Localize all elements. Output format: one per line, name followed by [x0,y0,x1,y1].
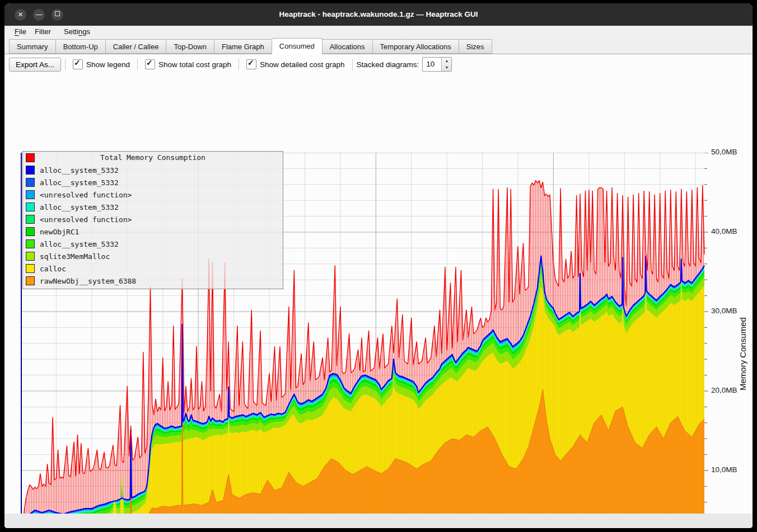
legend-item: calloc [23,262,283,275]
tab-top-down[interactable]: Top-Down [166,39,214,54]
checkbox-label: Show total cost graph [158,60,231,69]
stepper-arrows[interactable]: ▲ ▼ [441,58,451,71]
desktop-background: ✕ — Heaptrack - heaptrack.wakunode.1.gz … [0,0,757,532]
stepper-down-icon[interactable]: ▼ [442,64,451,71]
legend-item: <unresolved function> [23,213,283,225]
menu-file[interactable]: File [11,26,30,38]
legend-item: sqlite3MemMalloc [23,250,283,262]
title-bar[interactable]: ✕ — Heaptrack - heaptrack.wakunode.1.gz … [4,3,753,26]
legend-item: alloc__system_5332 [23,201,283,213]
checkbox-check-icon: ✓ [246,59,256,69]
tab-sizes[interactable]: Sizes [459,39,492,54]
menu-bar: File Filter Settings [4,26,753,38]
toolbar-separator [239,59,239,70]
legend-swatch [26,227,35,236]
toolbar-separator [352,59,353,70]
legend-swatch [26,264,35,273]
legend-swatch [26,252,35,261]
window-title: Heaptrack - heaptrack.wakunode.1.gz — He… [4,3,753,26]
legend-swatch [26,215,35,224]
heaptrack-window: ✕ — Heaptrack - heaptrack.wakunode.1.gz … [4,3,753,528]
stacked-diagrams-stepper[interactable]: 10 ▲ ▼ [422,57,452,72]
legend-label: alloc__system_5332 [40,178,119,187]
checkbox-check-icon: ✓ [73,59,83,69]
y-tick-label: 10,0MB [711,465,750,475]
toolbar: Export As... ✓ Show legend ✓ Show total … [4,54,753,74]
legend-label: sqlite3MemMalloc [40,252,110,261]
tab-bottom-up[interactable]: Bottom-Up [55,39,105,54]
show-legend-checkbox[interactable]: ✓ Show legend [73,59,130,69]
legend-title-row: Total Memory Consumption [23,152,283,164]
toolbar-separator [137,59,138,70]
status-bar [4,514,753,528]
legend-swatch [26,239,35,248]
export-as-button[interactable]: Export As... [9,58,61,72]
y-axis-title: Memory Consumed [738,259,747,449]
toolbar-separator [65,59,66,70]
legend-swatch [26,203,35,211]
consumed-chart-area: Total Memory Consumption alloc__system_5… [4,74,753,528]
legend-swatch [26,276,35,285]
checkbox-label: Show detailed cost graph [260,60,345,69]
y-tick-label: 40,0MB [711,227,750,237]
stepper-up-icon[interactable]: ▲ [442,58,451,64]
legend-label: calloc [40,265,66,273]
legend-label: <unresolved function> [40,215,132,224]
stacked-diagrams-label: Stacked diagrams: [357,60,419,69]
show-total-cost-checkbox[interactable]: ✓ Show total cost graph [145,59,231,69]
tab-flame-graph[interactable]: Flame Graph [214,39,272,54]
legend-item: alloc__system_5332 [23,176,283,189]
legend-swatch [26,190,35,199]
menu-filter[interactable]: Filter [31,26,54,38]
chart-legend: Total Memory Consumption alloc__system_5… [22,151,283,289]
legend-label: alloc__system_5332 [40,166,119,175]
checkbox-label: Show legend [86,60,130,69]
legend-swatch [26,166,35,175]
legend-label: alloc__system_5332 [40,203,119,211]
stepper-value[interactable]: 10 [423,58,441,71]
legend-swatch [26,178,35,187]
legend-item: <unresolved function> [23,189,283,201]
tab-caller-callee[interactable]: Caller / Callee [105,39,166,54]
tab-bar: Summary Bottom-Up Caller / Callee Top-Do… [4,38,753,54]
tab-allocations[interactable]: Allocations [323,39,372,54]
legend-item: alloc__system_5332 [23,238,283,250]
legend-item: newObjRC1 [23,225,283,238]
tab-consumed[interactable]: Consumed [272,38,323,54]
legend-label: <unresolved function> [40,191,132,199]
checkbox-check-icon: ✓ [145,59,155,69]
tab-summary[interactable]: Summary [9,39,55,54]
legend-label: rawNewObj__system_6388 [40,277,136,285]
menu-settings[interactable]: Settings [60,26,94,38]
show-detailed-cost-checkbox[interactable]: ✓ Show detailed cost graph [246,59,345,69]
tab-temporary-allocations[interactable]: Temporary Allocations [372,39,459,54]
legend-title: Total Memory Consumption [23,152,283,164]
legend-label: alloc__system_5332 [40,240,119,248]
legend-item: rawNewObj__system_6388 [23,275,283,287]
legend-item: alloc__system_5332 [23,164,283,176]
legend-label: newObjRC1 [40,228,79,236]
y-tick-label: 50,0MB [711,148,750,158]
